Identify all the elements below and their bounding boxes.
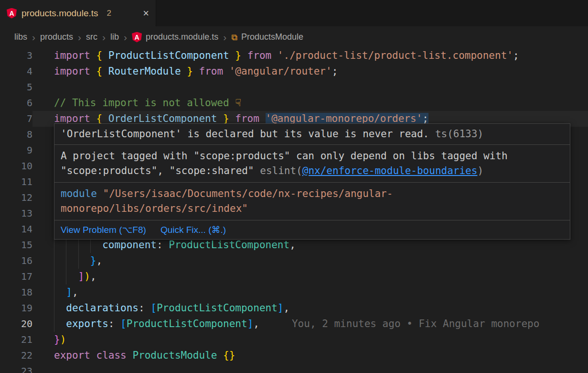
code-line-5[interactable]: 5 (0, 79, 588, 95)
diagnostic-source-suffix: ) (477, 165, 483, 176)
code-line-3[interactable]: 3import { ProductListComponent } from '.… (0, 48, 588, 64)
angular-icon: A (7, 8, 17, 19)
code-token: from (199, 66, 229, 77)
vscode-window: A products.module.ts 2 × libs›products›s… (0, 0, 588, 373)
line-number: 20 (0, 316, 32, 332)
code-token: { (96, 66, 108, 77)
code-token (241, 50, 247, 61)
indent-guide (66, 269, 66, 285)
code-token: ProductListComponent (108, 50, 229, 61)
code-token: './product-list/product-list.component' (278, 50, 513, 61)
chevron-right-icon: › (223, 32, 226, 43)
code-token: ProductsModule (132, 350, 217, 361)
code-token: } (229, 50, 241, 61)
code-line-19[interactable]: 19 declarations: [ProductListComponent], (0, 300, 588, 316)
code-token: ☟ (235, 97, 241, 109)
diagnostic-hover-popup: 'OrderListComponent' is declared but its… (54, 123, 570, 240)
code-token: , (96, 255, 103, 266)
line-number: 18 (0, 285, 32, 300)
code-token: , (289, 239, 296, 251)
code-line-17[interactable]: 17 ]), (0, 269, 588, 285)
line-number: 14 (0, 221, 32, 237)
line-number: 10 (0, 158, 32, 174)
breadcrumb-item-products-module-ts[interactable]: Aproducts.module.ts (132, 32, 218, 43)
tab-products-module[interactable]: A products.module.ts 2 × (0, 0, 156, 26)
line-number: 12 (0, 190, 32, 206)
class-symbol-icon: ⧉ (231, 32, 237, 43)
line-number: 8 (0, 127, 32, 143)
diagnostic-text: 'OrderListComponent' is declared but its… (61, 128, 429, 140)
line-content: }, (32, 253, 588, 269)
tab-title: products.module.ts (21, 8, 98, 19)
breadcrumb-label: libs (14, 32, 27, 42)
hover-actions: View Problem (⌥F8) Quick Fix... (⌘.) (54, 220, 570, 239)
view-problem-link[interactable]: View Problem (⌥F8) (61, 222, 146, 237)
code-token: [ (150, 302, 157, 314)
indent-guide (78, 253, 79, 269)
line-number: 11 (0, 174, 32, 190)
line-number: 23 (0, 363, 32, 373)
code-token: ; (422, 113, 428, 124)
code-editor[interactable]: 3import { ProductListComponent } from '.… (0, 48, 588, 373)
code-token: ProductListComponent (157, 302, 278, 314)
code-token: ] (247, 318, 254, 329)
code-line-18[interactable]: 18 ], (0, 285, 588, 300)
eslint-rule-link[interactable]: @nx/enforce-module-boundaries (302, 165, 478, 176)
module-path: "/Users/isaac/Documents/code/nx-recipes/… (61, 188, 393, 214)
breadcrumb-item-products[interactable]: products (40, 32, 73, 42)
code-line-21[interactable]: 21}) (0, 332, 588, 348)
line-content: export class ProductsModule {} (32, 348, 588, 363)
diagnostic-source-prefix: eslint( (260, 165, 302, 176)
quick-fix-link[interactable]: Quick Fix... (⌘.) (160, 222, 226, 237)
indent-guide (54, 316, 54, 332)
code-token: } (90, 255, 96, 266)
close-icon[interactable]: × (143, 8, 149, 19)
code-token: import (54, 66, 96, 77)
code-token: from (235, 113, 265, 124)
tab-count-badge: 2 (107, 9, 111, 18)
indent-spaces (54, 255, 90, 266)
code-token: ProductListComponent (169, 239, 289, 251)
line-number: 21 (0, 332, 32, 348)
code-line-23[interactable]: 23 (0, 363, 588, 373)
eslint-diagnostic-message: A project tagged with "scope:products" c… (54, 144, 570, 182)
tab-bar: A products.module.ts 2 × (0, 0, 588, 26)
code-token: ; (513, 50, 519, 61)
indent-guide (54, 269, 54, 285)
code-token: exports (66, 318, 108, 329)
code-token: { (96, 50, 108, 61)
breadcrumb-item-lib[interactable]: lib (110, 32, 119, 42)
code-token: ) (84, 271, 90, 282)
code-line-22[interactable]: 22export class ProductsModule {} (0, 348, 588, 363)
breadcrumb-label: products (40, 32, 73, 42)
code-line-16[interactable]: 16 }, (0, 253, 588, 269)
code-token: } (217, 113, 235, 124)
line-content: import { ProductListComponent } from './… (32, 48, 588, 64)
breadcrumb-label: ProductsModule (241, 32, 303, 42)
line-content (32, 79, 588, 95)
line-content: import { RouterModule } from '@angular/r… (32, 64, 588, 79)
code-line-4[interactable]: 4import { RouterModule } from '@angular/… (0, 64, 588, 79)
code-token: ) (60, 334, 66, 345)
line-content: }) (32, 332, 588, 348)
line-number: 15 (0, 237, 32, 253)
line-number: 22 (0, 348, 32, 363)
code-line-20[interactable]: 20 exports: [ProductListComponent],You, … (0, 316, 588, 332)
indent-spaces (54, 302, 66, 314)
code-token: component (102, 239, 157, 251)
line-content: ], (32, 285, 588, 300)
breadcrumb-item-productsmodule[interactable]: ⧉ProductsModule (231, 32, 303, 43)
code-line-6[interactable]: 6// This import is not allowed ☟ (0, 95, 588, 111)
line-content: ]), (32, 269, 588, 285)
code-token: ProductListComponent (127, 318, 247, 329)
breadcrumb-item-src[interactable]: src (86, 32, 97, 42)
code-token: { (96, 113, 108, 124)
indent-guide (54, 285, 54, 300)
code-token: '@angular-monorepo/orders' (266, 113, 423, 124)
code-token: ] (66, 286, 72, 298)
indent-spaces (54, 318, 66, 329)
code-token: ] (278, 302, 284, 314)
line-number: 4 (0, 64, 32, 79)
breadcrumb-item-libs[interactable]: libs (14, 32, 27, 42)
code-token: : (139, 302, 150, 314)
